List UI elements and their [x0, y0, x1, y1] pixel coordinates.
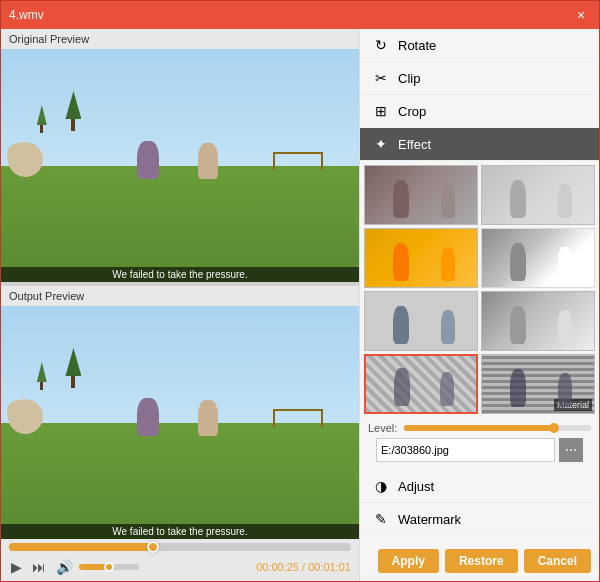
title-bar: 4.wmv ×: [1, 1, 599, 29]
tree-decor2: [37, 105, 47, 133]
volume-area: 🔊: [54, 557, 139, 577]
volume-slider[interactable]: [79, 564, 139, 570]
rotate-label: Rotate: [398, 38, 436, 53]
output-ground-bg: [1, 423, 359, 540]
bottom-buttons: Apply Restore Cancel: [360, 541, 599, 581]
current-time: 00:00:25: [256, 561, 299, 573]
time-display: 00:00:25 / 00:01:01: [256, 561, 351, 573]
person2: [198, 143, 218, 179]
output-video-area: We failed to take the pressure.: [1, 306, 359, 539]
adjust-label: Adjust: [398, 479, 434, 494]
restore-button[interactable]: Restore: [445, 549, 518, 573]
window-title: 4.wmv: [9, 8, 44, 22]
close-button[interactable]: ×: [571, 5, 591, 25]
menu-item-adjust[interactable]: ◑ Adjust: [360, 470, 599, 503]
crop-icon: ⊞: [372, 103, 390, 119]
effect-thumb-1[interactable]: [364, 165, 478, 225]
output-preview-section: Output Preview: [1, 286, 359, 539]
progress-thumb: [147, 541, 159, 553]
original-preview-label: Original Preview: [1, 29, 359, 49]
volume-icon[interactable]: 🔊: [54, 557, 75, 577]
effect-thumb-7[interactable]: [364, 354, 478, 414]
output-fence: [273, 409, 323, 427]
right-panel: ↻ Rotate ✂ Clip ⊞ Crop ✦ Effect: [359, 29, 599, 581]
file-path-row: ⋯: [368, 438, 591, 466]
effect-thumb-3[interactable]: [364, 228, 478, 288]
watermark-icon: ✎: [372, 511, 390, 527]
adjust-icon: ◑: [372, 478, 390, 494]
output-person1: [137, 398, 159, 436]
output-tree1: [65, 348, 81, 388]
cancel-button[interactable]: Cancel: [524, 549, 591, 573]
left-panel: Original Preview: [1, 29, 359, 581]
progress-bar[interactable]: [9, 543, 351, 551]
bottom-menu-items: ◑ Adjust ✎ Watermark: [360, 470, 599, 541]
level-row: Level:: [368, 422, 591, 434]
main-window: 4.wmv × Original Preview: [0, 0, 600, 582]
output-person2: [198, 400, 218, 436]
effect-thumb-5[interactable]: [364, 291, 478, 351]
level-thumb: [549, 423, 559, 433]
original-video-scene: We failed to take the pressure.: [1, 49, 359, 282]
level-label: Level:: [368, 422, 398, 434]
tree-decor: [65, 91, 81, 131]
menu-item-effect[interactable]: ✦ Effect: [360, 128, 599, 161]
fence: [273, 152, 323, 170]
original-video-area: We failed to take the pressure.: [1, 49, 359, 282]
total-time: 00:01:01: [308, 561, 351, 573]
progress-fill: [9, 543, 153, 551]
original-subtitle: We failed to take the pressure.: [1, 267, 359, 282]
apply-button[interactable]: Apply: [378, 549, 439, 573]
clip-icon: ✂: [372, 70, 390, 86]
level-section: Level: ⋯: [360, 418, 599, 470]
watermark-label: Watermark: [398, 512, 461, 527]
effect-thumb-6[interactable]: [481, 291, 595, 351]
output-preview-label: Output Preview: [1, 286, 359, 306]
browse-button[interactable]: ⋯: [559, 438, 583, 462]
menu-item-rotate[interactable]: ↻ Rotate: [360, 29, 599, 62]
effect-thumb-8[interactable]: Material: [481, 354, 595, 414]
menu-item-crop[interactable]: ⊞ Crop: [360, 95, 599, 128]
clip-label: Clip: [398, 71, 420, 86]
controls-row: ▶ ⏭ 🔊 00:00:25 / 00:01:01: [9, 557, 351, 577]
ground-bg: [1, 166, 359, 283]
effect-icon: ✦: [372, 136, 390, 152]
output-video-scene: We failed to take the pressure.: [1, 306, 359, 539]
volume-thumb: [104, 562, 114, 572]
level-slider[interactable]: [404, 425, 591, 431]
effect-grid: Material: [360, 161, 599, 418]
effect-thumb-2[interactable]: [481, 165, 595, 225]
output-tree2: [37, 362, 47, 390]
menu-item-clip[interactable]: ✂ Clip: [360, 62, 599, 95]
menu-item-watermark[interactable]: ✎ Watermark: [360, 503, 599, 536]
file-path-input[interactable]: [376, 438, 555, 462]
effect-thumb-4[interactable]: [481, 228, 595, 288]
play-button[interactable]: ▶: [9, 557, 24, 577]
next-frame-button[interactable]: ⏭: [30, 557, 48, 577]
menu-items: ↻ Rotate ✂ Clip ⊞ Crop ✦ Effect: [360, 29, 599, 161]
effect-label: Effect: [398, 137, 431, 152]
controls-area: ▶ ⏭ 🔊 00:00:25 / 00:01:01: [1, 539, 359, 581]
original-preview-section: Original Preview: [1, 29, 359, 282]
level-slider-fill: [404, 425, 554, 431]
rotate-icon: ↻: [372, 37, 390, 53]
output-subtitle: We failed to take the pressure.: [1, 524, 359, 539]
person1: [137, 141, 159, 179]
main-content: Original Preview: [1, 29, 599, 581]
crop-label: Crop: [398, 104, 426, 119]
